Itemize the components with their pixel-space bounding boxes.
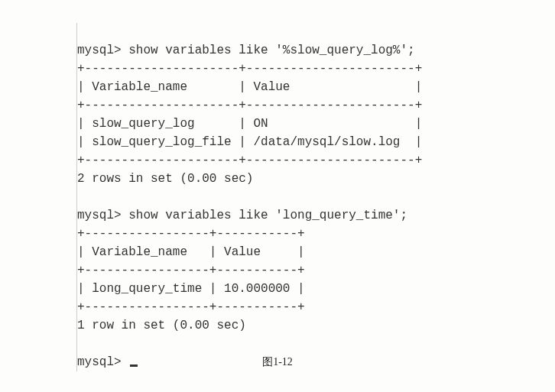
query-2-row-1: | long_query_time | 10.000000 | xyxy=(77,282,305,296)
query-1-sep-top: +---------------------+-----------------… xyxy=(77,62,422,76)
query-1-sep-bot: +---------------------+-----------------… xyxy=(77,154,422,167)
figure-caption: 图1-12 xyxy=(0,355,555,369)
terminal-output: mysql> show variables like '%slow_query_… xyxy=(76,23,489,371)
query-1-sep-mid: +---------------------+-----------------… xyxy=(77,99,422,112)
query-2-sep-mid: +-----------------+-----------+ xyxy=(77,264,305,277)
query-1-footer: 2 rows in set (0.00 sec) xyxy=(77,172,253,186)
query-1-row-2: | slow_query_log_file | /data/mysql/slow… xyxy=(77,135,422,149)
query-1-command: mysql> show variables like '%slow_query_… xyxy=(77,44,415,57)
query-1-row-1: | slow_query_log | ON | xyxy=(77,117,422,131)
query-2-footer: 1 row in set (0.00 sec) xyxy=(77,319,246,332)
query-2-header: | Variable_name | Value | xyxy=(77,245,305,259)
query-2-command: mysql> show variables like 'long_query_t… xyxy=(77,209,407,222)
query-2-sep-bot: +-----------------+-----------+ xyxy=(77,300,305,314)
query-1-header: | Variable_name | Value | xyxy=(77,80,422,94)
query-2-sep-top: +-----------------+-----------+ xyxy=(77,227,305,241)
